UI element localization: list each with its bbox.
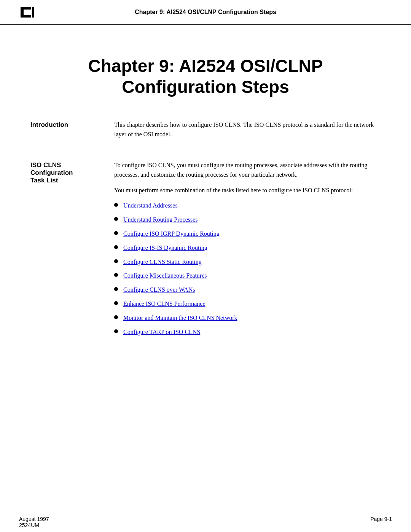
bullet-icon <box>114 217 118 221</box>
bullet-icon <box>114 273 118 277</box>
iso-clns-paragraph-1: To configure ISO CLNS, you must configur… <box>114 161 381 180</box>
page-content: Chapter 9: AI2524 OSI/CLNP Configuration… <box>0 25 411 387</box>
bullet-icon <box>114 259 118 263</box>
link-monitor-maintain[interactable]: Monitor and Maintain the ISO CLNS Networ… <box>123 313 237 323</box>
bullet-icon <box>114 315 118 319</box>
introduction-label: Introduction <box>30 120 114 145</box>
list-item: Configure CLNS over WANs <box>114 285 381 295</box>
iso-clns-paragraph-2: You must perform some combination of the… <box>114 186 381 195</box>
footer-doc-id: 2524UM <box>19 522 49 528</box>
footer-date: August 1997 <box>19 516 49 522</box>
iso-clns-body: To configure ISO CLNS, you must configur… <box>114 161 381 341</box>
footer-left: August 1997 2524UM <box>19 516 49 528</box>
introduction-body: This chapter describes how to configure … <box>114 120 381 145</box>
bullet-icon <box>114 203 118 207</box>
link-understand-addresses[interactable]: Understand Addresses <box>123 201 178 211</box>
list-item: Enhance ISO CLNS Performance <box>114 299 381 309</box>
page-header: Chapter 9: AI2524 OSI/CLNP Configuration… <box>0 0 411 25</box>
iso-clns-section: ISO CLNS Configuration Task List To conf… <box>30 161 381 341</box>
link-configure-iso-igrp[interactable]: Configure ISO IGRP Dynamic Routing <box>123 229 220 239</box>
iso-clns-label: ISO CLNS Configuration Task List <box>30 161 114 341</box>
header-chapter-title: Chapter 9: AI2524 OSI/CLNP Configuration… <box>36 9 375 16</box>
svg-rect-3 <box>21 15 31 18</box>
bullet-icon <box>114 231 118 235</box>
svg-rect-4 <box>32 7 34 18</box>
bullet-icon <box>114 329 118 333</box>
footer-page: Page 9-1 <box>370 516 392 522</box>
list-item: Monitor and Maintain the ISO CLNS Networ… <box>114 313 381 323</box>
list-item: Understand Addresses <box>114 201 381 211</box>
list-item: Configure ISO IGRP Dynamic Routing <box>114 229 381 239</box>
list-item: Configure Miscellaneous Features <box>114 271 381 281</box>
bullet-icon <box>114 301 118 305</box>
bullet-icon <box>114 287 118 291</box>
list-item: Configure IS-IS Dynamic Routing <box>114 243 381 253</box>
link-configure-clns-static[interactable]: Configure CLNS Static Routing <box>123 257 202 267</box>
chapter-title: Chapter 9: AI2524 OSI/CLNP Configuration… <box>30 56 381 97</box>
company-logo-icon <box>19 5 36 19</box>
link-configure-tarp[interactable]: Configure TARP on ISO CLNS <box>123 328 200 337</box>
link-understand-routing-processes[interactable]: Understand Routing Processes <box>123 215 198 225</box>
introduction-paragraph: This chapter describes how to configure … <box>114 120 381 139</box>
link-configure-is-is[interactable]: Configure IS-IS Dynamic Routing <box>123 243 207 253</box>
task-list: Understand Addresses Understand Routing … <box>114 201 381 337</box>
bullet-icon <box>114 245 118 249</box>
introduction-section: Introduction This chapter describes how … <box>30 120 381 145</box>
svg-rect-2 <box>21 7 31 10</box>
link-configure-misc[interactable]: Configure Miscellaneous Features <box>123 271 207 281</box>
link-configure-clns-wans[interactable]: Configure CLNS over WANs <box>123 285 195 295</box>
page-footer: August 1997 2524UM Page 9-1 <box>0 512 411 532</box>
list-item: Understand Routing Processes <box>114 215 381 225</box>
list-item: Configure CLNS Static Routing <box>114 257 381 267</box>
link-enhance-iso-clns[interactable]: Enhance ISO CLNS Performance <box>123 299 206 309</box>
list-item: Configure TARP on ISO CLNS <box>114 328 381 337</box>
